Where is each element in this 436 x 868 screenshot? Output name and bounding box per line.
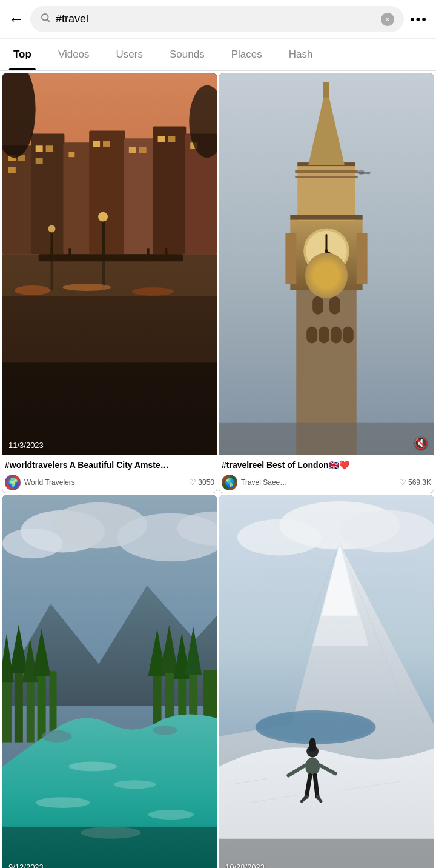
svg-rect-67 xyxy=(219,423,434,455)
svg-rect-3 xyxy=(2,145,33,254)
svg-rect-58 xyxy=(331,327,342,344)
svg-rect-5 xyxy=(63,142,90,254)
svg-rect-22 xyxy=(168,136,175,142)
svg-rect-20 xyxy=(139,147,147,153)
svg-rect-21 xyxy=(158,136,165,142)
tab-sounds[interactable]: Sounds xyxy=(156,39,218,70)
avatar: 🌎 xyxy=(222,475,237,490)
svg-rect-56 xyxy=(306,327,317,344)
svg-point-93 xyxy=(68,761,117,771)
more-options-button[interactable]: ••• xyxy=(410,12,428,27)
card-meta: 🌎 Travel Saee… ♡ 569.3K xyxy=(222,475,431,490)
card-info: #worldtravelers A Beautiful City Amste… … xyxy=(2,455,217,492)
svg-point-94 xyxy=(114,780,156,789)
video-card[interactable]: 10/28/2023 xyxy=(219,495,434,868)
search-input[interactable]: #travel xyxy=(56,13,376,25)
svg-point-95 xyxy=(36,797,90,808)
tab-hash[interactable]: Hash xyxy=(276,39,326,70)
like-count: ♡ 569.3K xyxy=(399,478,431,487)
tab-users[interactable]: Users xyxy=(103,39,156,70)
svg-rect-32 xyxy=(147,248,150,261)
svg-rect-61 xyxy=(295,176,357,178)
heart-icon: ♡ xyxy=(189,478,196,487)
svg-rect-13 xyxy=(36,145,43,152)
tab-places[interactable]: Places xyxy=(218,39,276,70)
card-title: #travelreel Best of London🇬🇧❤️ xyxy=(222,459,431,470)
svg-rect-59 xyxy=(343,327,354,344)
svg-rect-12 xyxy=(8,167,16,173)
tab-top[interactable]: Top xyxy=(0,39,45,70)
svg-point-36 xyxy=(62,284,111,291)
svg-rect-7 xyxy=(124,138,154,254)
author-name: World Travelers xyxy=(24,478,75,487)
svg-point-27 xyxy=(48,225,56,233)
svg-point-72 xyxy=(2,528,62,558)
svg-point-48 xyxy=(325,249,328,253)
svg-point-103 xyxy=(340,510,434,552)
svg-rect-6 xyxy=(89,130,125,254)
card-info: #travelreel Best of London🇬🇧❤️ 🌎 Travel … xyxy=(219,455,434,492)
svg-rect-31 xyxy=(68,248,71,261)
author-name: Travel Saee… xyxy=(241,478,287,487)
svg-rect-19 xyxy=(129,147,136,153)
video-card[interactable]: 9/12/2023 xyxy=(2,495,217,868)
card-meta: 🌍 World Travelers ♡ 3050 xyxy=(5,475,214,490)
video-thumbnail: 11/3/2023 xyxy=(2,73,217,455)
tab-videos[interactable]: Videos xyxy=(45,39,103,70)
avatar: 🌍 xyxy=(5,475,21,490)
svg-rect-29 xyxy=(39,254,183,261)
svg-point-65 xyxy=(358,170,365,175)
svg-rect-17 xyxy=(93,141,100,147)
video-timestamp: 10/28/2023 xyxy=(225,863,265,868)
svg-point-37 xyxy=(132,287,174,296)
svg-rect-33 xyxy=(165,248,167,261)
svg-rect-81 xyxy=(38,667,46,742)
video-card[interactable]: 11/3/2023 #worldtravelers A Beautiful Ci… xyxy=(2,73,217,493)
likes-value: 3050 xyxy=(198,478,214,487)
svg-rect-16 xyxy=(68,152,74,157)
svg-point-115 xyxy=(305,757,320,775)
svg-rect-60 xyxy=(295,170,357,173)
video-grid: 11/3/2023 #worldtravelers A Beautiful Ci… xyxy=(0,71,436,868)
clear-button[interactable]: × xyxy=(381,13,394,26)
svg-line-1 xyxy=(47,19,49,21)
video-timestamp: 9/12/2023 xyxy=(8,863,44,868)
video-timestamp: 11/3/2023 xyxy=(8,441,44,450)
svg-line-120 xyxy=(315,775,317,796)
svg-rect-30 xyxy=(51,248,53,261)
header: ← #travel × ••• xyxy=(0,0,436,39)
video-thumbnail: 🔇 xyxy=(219,73,434,455)
svg-rect-55 xyxy=(329,296,340,315)
svg-rect-15 xyxy=(36,158,43,164)
video-thumbnail: 9/12/2023 xyxy=(2,495,217,868)
card-author: 🌍 World Travelers xyxy=(5,475,187,490)
svg-point-96 xyxy=(148,810,194,820)
search-bar[interactable]: #travel × xyxy=(30,6,404,32)
svg-rect-62 xyxy=(285,233,296,284)
svg-rect-100 xyxy=(2,826,217,868)
svg-rect-50 xyxy=(290,215,362,220)
svg-point-66 xyxy=(367,173,371,175)
svg-rect-18 xyxy=(103,141,110,147)
svg-rect-57 xyxy=(319,327,329,344)
back-button[interactable]: ← xyxy=(8,10,24,28)
svg-rect-14 xyxy=(46,145,53,152)
volume-icon[interactable]: 🔇 xyxy=(414,436,428,450)
search-icon xyxy=(40,12,51,26)
like-count: ♡ 3050 xyxy=(189,478,214,487)
svg-point-111 xyxy=(259,712,373,741)
card-title: #worldtravelers A Beautiful City Amste… xyxy=(5,459,214,470)
svg-point-98 xyxy=(42,730,72,742)
heart-icon: ♡ xyxy=(399,478,406,487)
svg-rect-54 xyxy=(312,296,323,315)
svg-rect-63 xyxy=(357,233,368,284)
card-author: 🌎 Travel Saee… xyxy=(222,475,397,490)
video-card[interactable]: 🔇 #travelreel Best of London🇬🇧❤️ 🌎 Trave… xyxy=(219,73,434,493)
likes-value: 569.3K xyxy=(408,478,431,487)
svg-rect-8 xyxy=(153,126,187,254)
svg-rect-77 xyxy=(15,664,23,742)
svg-point-35 xyxy=(15,285,51,295)
svg-point-99 xyxy=(153,725,177,735)
svg-rect-79 xyxy=(27,673,35,742)
svg-point-104 xyxy=(237,519,322,555)
